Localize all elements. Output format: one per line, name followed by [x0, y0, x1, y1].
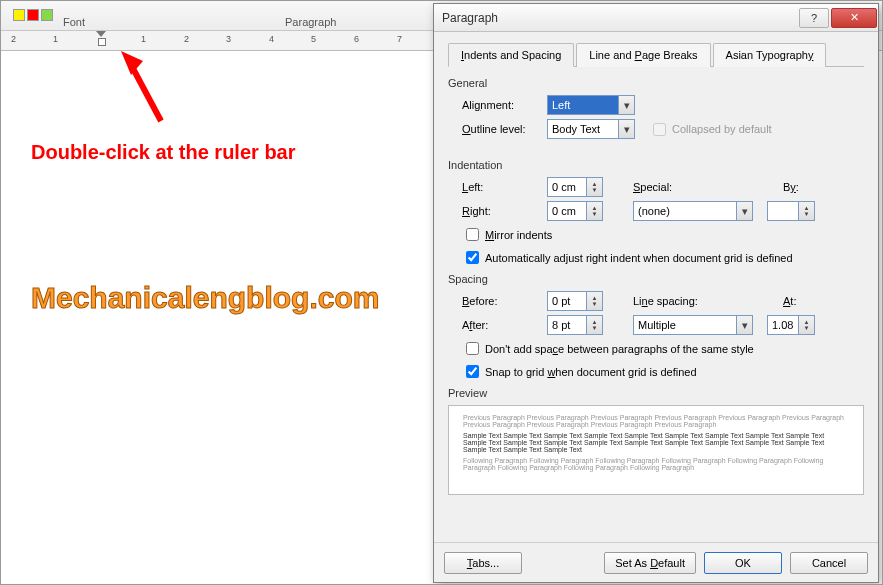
line-spacing-label: Line spacing: [633, 295, 723, 307]
close-button[interactable]: ✕ [831, 8, 877, 28]
ok-button[interactable]: OK [704, 552, 782, 574]
at-label: At: [783, 295, 823, 307]
tab-asian-typography[interactable]: Asian Typography [713, 43, 827, 67]
snap-to-grid-checkbox[interactable]: Snap to grid when document grid is defin… [462, 362, 864, 381]
outline-combo[interactable]: Body Text ▾ [547, 119, 635, 139]
section-indentation: Indentation [448, 159, 864, 171]
alignment-label: Alignment: [462, 99, 547, 111]
auto-adjust-checkbox[interactable]: Automatically adjust right indent when d… [462, 248, 864, 267]
section-general: General [448, 77, 864, 89]
after-label: After: [462, 319, 547, 331]
after-spinner[interactable]: 8 pt ▲▼ [547, 315, 603, 335]
section-spacing: Spacing [448, 273, 864, 285]
alignment-combo[interactable]: Left ▾ [547, 95, 635, 115]
indent-left-spinner[interactable]: 0 cm ▲▼ [547, 177, 603, 197]
by-spinner[interactable]: ▲▼ [767, 201, 815, 221]
tab-indents-spacing[interactable]: Indents and Spacing [448, 43, 574, 67]
special-label: Special: [633, 181, 723, 193]
chevron-down-icon: ▾ [736, 202, 752, 220]
preview-box: Previous Paragraph Previous Paragraph Pr… [448, 405, 864, 495]
ribbon-group-paragraph: Paragraph [285, 16, 336, 28]
indent-marker[interactable] [96, 31, 106, 47]
indent-left-label: Left: [462, 181, 547, 193]
by-label: By: [783, 181, 823, 193]
outline-label: Outline level: [462, 123, 547, 135]
indent-right-label: Right: [462, 205, 547, 217]
tabs-button[interactable]: Tabs... [444, 552, 522, 574]
close-icon: ✕ [850, 11, 859, 24]
dont-add-space-checkbox[interactable]: Don't add space between paragraphs of th… [462, 339, 864, 358]
chevron-down-icon: ▾ [736, 316, 752, 334]
cancel-button[interactable]: Cancel [790, 552, 868, 574]
tab-line-page-breaks[interactable]: Line and Page Breaks [576, 43, 710, 67]
line-spacing-combo[interactable]: Multiple ▾ [633, 315, 753, 335]
section-preview: Preview [448, 387, 864, 399]
before-label: Before: [462, 295, 547, 307]
svg-marker-1 [121, 51, 143, 75]
annotation-text: Double-click at the ruler bar [31, 141, 296, 164]
mirror-indents-checkbox[interactable]: Mirror indents [462, 225, 864, 244]
dialog-title: Paragraph [442, 11, 498, 25]
help-button[interactable]: ? [799, 8, 829, 28]
special-combo[interactable]: (none) ▾ [633, 201, 753, 221]
dialog-tabs: Indents and Spacing Line and Page Breaks… [448, 42, 864, 67]
chevron-down-icon: ▾ [618, 96, 634, 114]
color-swatches [13, 9, 53, 21]
collapsed-checkbox: Collapsed by default [649, 120, 772, 139]
watermark-text: Mechanicalengblog.com [31, 281, 379, 315]
before-spinner[interactable]: 0 pt ▲▼ [547, 291, 603, 311]
paragraph-dialog: Paragraph ? ✕ Indents and Spacing Line a… [433, 3, 879, 583]
dialog-titlebar[interactable]: Paragraph ? ✕ [434, 4, 878, 32]
chevron-down-icon: ▾ [618, 120, 634, 138]
at-spinner[interactable]: 1.08 ▲▼ [767, 315, 815, 335]
ribbon-group-font: Font [63, 16, 85, 28]
indent-right-spinner[interactable]: 0 cm ▲▼ [547, 201, 603, 221]
dialog-button-row: Tabs... Set As Default OK Cancel [434, 542, 878, 582]
set-default-button[interactable]: Set As Default [604, 552, 696, 574]
